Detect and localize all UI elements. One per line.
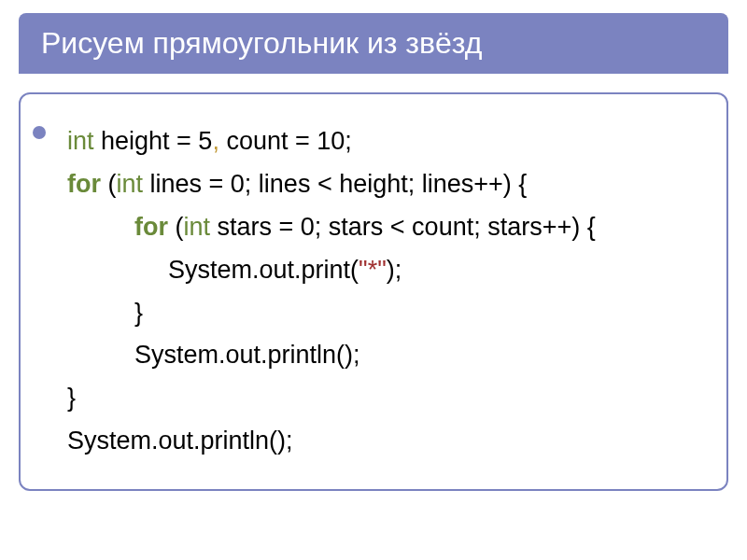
code-line-3: for (int stars = 0; stars < count; stars… <box>67 206 689 249</box>
code-box: int height = 5, count = 10; for (int lin… <box>19 92 728 491</box>
code-text: System.out.println(); <box>67 427 293 455</box>
code-text: ); <box>387 256 402 284</box>
code-line-1: int height = 5, count = 10; <box>67 120 689 163</box>
title-bar: Рисуем прямоугольник из звёзд <box>19 13 728 74</box>
slide-title: Рисуем прямоугольник из звёзд <box>41 26 706 61</box>
slide: Рисуем прямоугольник из звёзд int height… <box>0 0 747 560</box>
code-text: count = 10; <box>219 127 352 155</box>
code-line-5: } <box>67 292 689 335</box>
string-literal: "*" <box>359 256 387 284</box>
keyword-int: int <box>67 127 94 155</box>
code-line-2: for (int lines = 0; lines < height; line… <box>67 163 689 206</box>
code-text: stars = 0; stars < count; stars++) { <box>210 213 596 241</box>
code-line-6: System.out.println(); <box>67 334 689 377</box>
code-text: System.out.println(); <box>134 341 360 369</box>
code-text: lines = 0; lines < height; lines++) { <box>143 170 527 198</box>
code-line-7: } <box>67 377 689 420</box>
code-text: ( <box>168 213 184 241</box>
code-line-8: System.out.println(); <box>67 420 689 463</box>
code-text: } <box>134 299 143 327</box>
keyword-int: int <box>117 170 144 198</box>
code-text: System.out.print( <box>168 256 359 284</box>
comma: , <box>212 127 219 155</box>
code-text: height = 5 <box>94 127 213 155</box>
bullet-icon <box>33 126 46 139</box>
code-text: } <box>67 384 76 412</box>
keyword-for: for <box>134 213 168 241</box>
keyword-for: for <box>67 170 101 198</box>
code-text: ( <box>101 170 117 198</box>
code-line-4: System.out.print("*"); <box>67 249 689 292</box>
keyword-int: int <box>184 213 211 241</box>
